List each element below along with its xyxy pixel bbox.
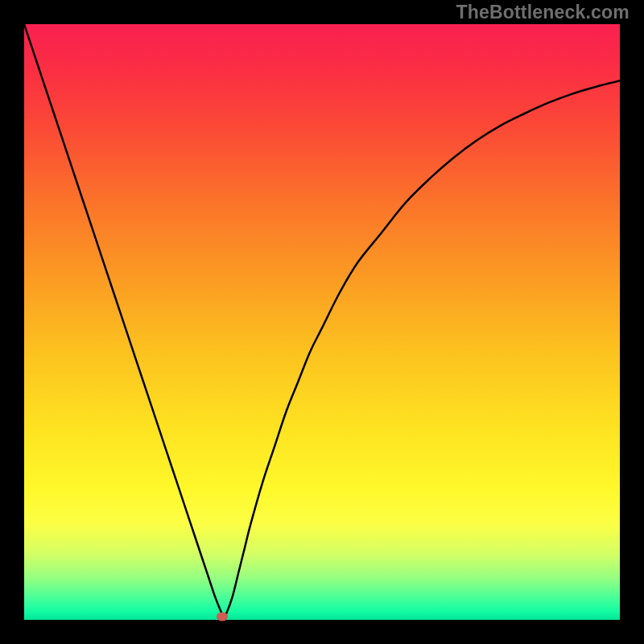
plot-area: [24, 24, 620, 620]
chart-svg: [24, 24, 620, 620]
watermark-text: TheBottleneck.com: [456, 2, 630, 23]
chart-background: [24, 24, 620, 620]
chart-frame: TheBottleneck.com: [0, 0, 644, 644]
